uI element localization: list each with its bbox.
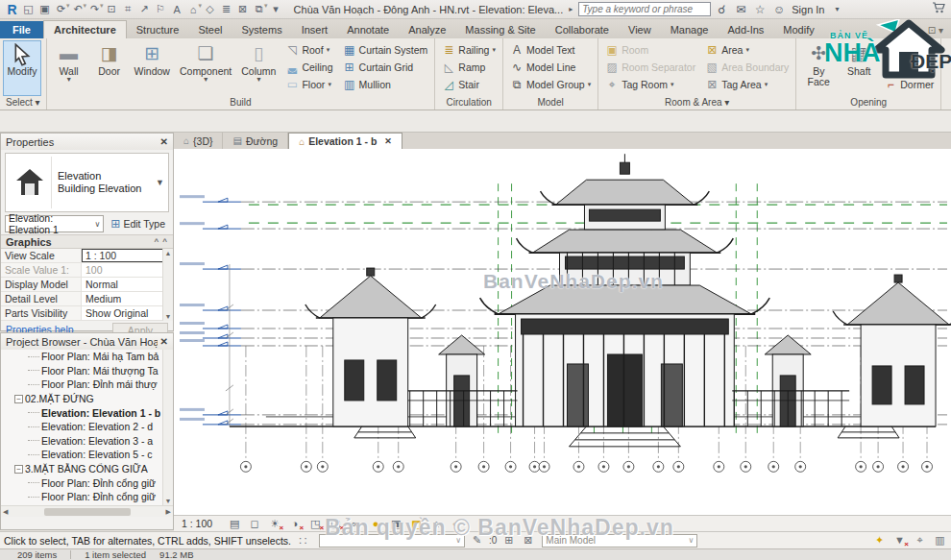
ribbon-tab-structure[interactable]: Structure xyxy=(127,21,189,38)
measure-icon[interactable]: ⌗ xyxy=(120,2,136,17)
search-input[interactable] xyxy=(578,2,711,16)
property-value[interactable]: Normal xyxy=(82,278,173,291)
view-tab--ng[interactable]: ▤Đường xyxy=(223,133,288,149)
reveal-hidden-icon[interactable]: ● xyxy=(369,518,382,530)
ramp-button[interactable]: ◺Ramp xyxy=(438,59,500,76)
ribbon-tab-manage[interactable]: Manage xyxy=(661,21,719,38)
ribbon-display-toggle-icon[interactable]: ⊡ ▾ xyxy=(920,25,951,38)
section-collapse-icon[interactable]: ^ ^ xyxy=(154,237,168,246)
view-tab-elevation-1-b[interactable]: ⌂Elevation 1 - b✕ xyxy=(288,133,402,149)
model-text-button[interactable]: AModel Text xyxy=(506,41,595,59)
properties-scrollbar[interactable]: ▲▼ xyxy=(162,249,173,321)
tree-item[interactable]: Floor Plan: Mái hạ giữa xyxy=(1,504,173,505)
property-value[interactable]: Show Original xyxy=(82,306,173,320)
analytical-model-icon[interactable]: ⌂ xyxy=(429,518,443,530)
tree-collapse-icon[interactable]: − xyxy=(14,395,23,403)
door-button[interactable]: ◨Door xyxy=(90,40,129,96)
pin-icon[interactable]: ⌖ xyxy=(913,534,927,547)
sign-in-button[interactable]: Sign In xyxy=(792,4,824,15)
ribbon-tab-steel[interactable]: Steel xyxy=(188,21,232,38)
window-button[interactable]: ⊞Window xyxy=(131,40,174,96)
text-icon[interactable]: A xyxy=(169,2,185,17)
ribbon-tab-systems[interactable]: Systems xyxy=(232,21,291,38)
open-icon[interactable]: ◱ xyxy=(20,2,37,17)
print-icon[interactable]: ⊡ xyxy=(104,2,120,17)
sign-in-dropdown-icon[interactable]: ▾ xyxy=(828,5,845,13)
ceiling-button[interactable]: ◛Ceiling xyxy=(281,59,336,76)
drawing-view[interactable]: BanVeNhaDep.vn xyxy=(174,149,951,515)
worksharing-display-icon[interactable]: ◩ xyxy=(409,518,423,530)
tree-horizontal-scrollbar[interactable]: ◀▶ xyxy=(1,505,173,517)
tag-by-category-icon[interactable]: ⚐ xyxy=(153,2,169,17)
stair-button[interactable]: ◿Stair xyxy=(438,76,500,93)
visual-style-icon[interactable]: ◻ xyxy=(248,518,261,530)
column-button[interactable]: ▯Column▼ xyxy=(237,40,280,96)
property-value[interactable]: 100 xyxy=(82,263,173,277)
curtain-grid-button[interactable]: ⊞Curtain Grid xyxy=(339,59,432,76)
view-scale-button[interactable]: 1 : 100 xyxy=(182,518,212,529)
tree-item[interactable]: Floor Plan: Đỉnh mái thượ xyxy=(1,377,173,392)
wall-opening-button[interactable]: ▤ xyxy=(880,41,938,59)
view-control-collapse-icon[interactable]: ‹ xyxy=(452,518,456,529)
wall-button[interactable]: ▬Wall▼ xyxy=(50,40,88,96)
worksets-icon[interactable]: ⸬ xyxy=(296,534,310,547)
exclude-options-icon[interactable]: ▼× xyxy=(892,534,907,547)
tree-item[interactable]: Floor Plan: Đỉnh cổng giữ xyxy=(1,490,173,504)
tree-item[interactable]: −3.MẶT BẰNG CỔNG GIỮA xyxy=(1,462,173,476)
tree-item[interactable]: Elevation: Elevation 1 - b xyxy=(1,405,173,420)
ribbon-tab-add-ins[interactable]: Add-Ins xyxy=(718,21,773,38)
properties-close-icon[interactable]: ✕ xyxy=(160,136,168,147)
ribbon-tab-annotate[interactable]: Annotate xyxy=(337,21,399,38)
revit-logo-icon[interactable]: R xyxy=(4,2,20,17)
view-tab-close-icon[interactable]: ✕ xyxy=(384,136,392,146)
tree-item[interactable]: Floor Plan: Mái thượng Ta xyxy=(1,364,173,378)
by-face-button[interactable]: ✣By Face xyxy=(799,40,838,96)
tree-item[interactable]: −02.MẶT ĐỨNG xyxy=(1,392,173,406)
shadows-icon[interactable]: ◑× xyxy=(288,518,302,530)
tag-area-button[interactable]: ⊠Tag Area▾ xyxy=(701,76,792,93)
ribbon-tab-view[interactable]: View xyxy=(619,21,661,38)
thin-lines-icon[interactable]: ≣ xyxy=(218,2,234,17)
sun-path-icon[interactable]: ☀× xyxy=(268,518,281,530)
customize-qat-icon[interactable]: ▾ xyxy=(268,2,284,17)
floor-button[interactable]: ▭Floor▾ xyxy=(281,76,336,93)
tree-vertical-scrollbar[interactable]: ▼ xyxy=(162,350,173,505)
title-expand-icon[interactable]: ▸ xyxy=(569,5,573,13)
crop-view-icon[interactable]: ◳× xyxy=(308,518,322,530)
ribbon-tab-modify[interactable]: Modify xyxy=(773,21,823,38)
property-value[interactable]: Medium xyxy=(82,292,173,305)
ribbon-tab-massing-site[interactable]: Massing & Site xyxy=(455,21,545,38)
temporary-view-properties-icon[interactable]: ▣ xyxy=(389,518,402,530)
ribbon-tab-collaborate[interactable]: Collaborate xyxy=(546,21,619,38)
roof-button[interactable]: ◹Roof▾ xyxy=(281,41,336,59)
filter-icon[interactable]: ▥ xyxy=(933,534,947,547)
design-options-icon[interactable]: ⊞ xyxy=(501,534,516,547)
tag-room-button[interactable]: ⌖Tag Room▾ xyxy=(601,76,699,93)
vertical-button[interactable]: ⇕Vertical xyxy=(880,59,938,76)
ribbon-tab-file[interactable]: File xyxy=(0,21,43,38)
modify-button[interactable]: Modify xyxy=(3,40,41,96)
type-selector[interactable]: Elevation Building Elevation ▼ xyxy=(5,153,169,212)
graphics-section-header[interactable]: Graphics ^ ^ xyxy=(1,234,173,249)
active-workset-combo[interactable]: ∨ xyxy=(319,534,465,548)
tree-item[interactable]: Floor Plan: Đỉnh cổng giữ xyxy=(1,475,173,490)
railing-button[interactable]: ≣Railing▾ xyxy=(438,41,500,59)
editable-only-icon[interactable]: ✎ xyxy=(470,534,484,547)
tree-item[interactable]: Elevation: Elevation 2 - d xyxy=(1,420,173,434)
search-icon[interactable]: ☌ xyxy=(713,3,730,16)
tree-item[interactable]: Elevation: Elevation 5 - c xyxy=(1,448,173,462)
level-button[interactable]: ⌗ xyxy=(944,41,951,59)
detail-level-icon[interactable]: ▤ xyxy=(228,518,241,530)
shaft-button[interactable]: ▦Shaft xyxy=(840,40,878,96)
model-group-button[interactable]: ⧉Model Group▾ xyxy=(506,76,595,93)
ribbon-tab-insert[interactable]: Insert xyxy=(292,21,338,38)
crop-region-icon[interactable]: ▢× xyxy=(329,518,342,530)
close-inactive-windows-icon[interactable]: ⊠ xyxy=(234,2,251,17)
reveal-constraints-icon[interactable]: ∞ xyxy=(349,518,362,530)
edit-type-button[interactable]: ⊞ Edit Type xyxy=(107,215,169,232)
component-button[interactable]: ❏Component▼ xyxy=(176,40,235,96)
tree-collapse-icon[interactable]: − xyxy=(14,465,23,474)
save-icon[interactable]: ▣ xyxy=(37,2,53,17)
dormer-button[interactable]: ⌐Dormer xyxy=(880,76,938,93)
exclude-options-icon[interactable]: ⊠ xyxy=(521,534,535,547)
